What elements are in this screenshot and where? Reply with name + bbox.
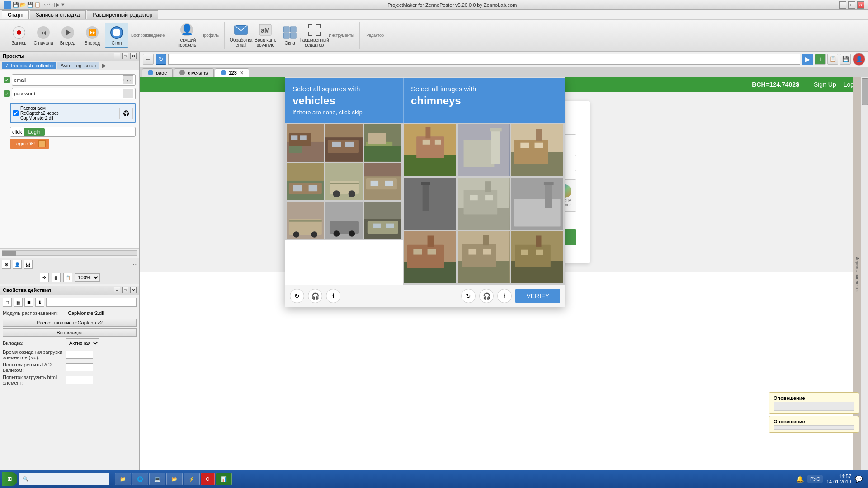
captcha-img-v9[interactable]: [364, 202, 401, 239]
flow-scrollbar[interactable]: [2, 250, 137, 256]
panel-tool-image[interactable]: 🖼: [24, 260, 33, 269]
taskbar-app-edge[interactable]: 🌐: [132, 473, 148, 485]
captcha-img-c9[interactable]: [511, 231, 563, 283]
btn-zapis[interactable]: Запись: [7, 23, 31, 48]
flow-scrollthumb[interactable]: [2, 251, 16, 256]
captcha-img-c6[interactable]: [511, 178, 563, 230]
btn-advanced[interactable]: Расширенныйредактор: [302, 23, 326, 48]
zoom-select[interactable]: 100% 75% 150%: [75, 273, 100, 282]
flow-area[interactable]: ✓ email Login ✓ password ••••: [0, 70, 139, 248]
panel-tool-person[interactable]: 👤: [13, 260, 22, 269]
btn-stop[interactable]: Стоп: [105, 23, 128, 48]
taskbar-search[interactable]: [19, 473, 109, 485]
quick-saveas[interactable]: 📋: [34, 2, 41, 8]
nav-bookmark[interactable]: +: [815, 54, 826, 65]
browser-tab-2[interactable]: 123 ✕: [215, 68, 249, 77]
props-recaptcha-btn[interactable]: Распознавание reCaptcha v2: [3, 319, 137, 327]
node-login-btn[interactable]: Login: [24, 128, 45, 136]
nav-refresh[interactable]: ↻: [156, 54, 166, 65]
props-minimize-btn[interactable]: ─: [114, 287, 120, 293]
zoom-copy[interactable]: 📋: [63, 273, 72, 282]
captcha-img-c1[interactable]: [404, 124, 456, 176]
tab-advanced-editor[interactable]: Расширенный редактор: [87, 10, 159, 19]
captcha-img-v3[interactable]: [364, 124, 401, 162]
tab-record[interactable]: Запись и отладка: [30, 10, 85, 19]
btn-windows[interactable]: Окна: [278, 23, 302, 48]
browser-tab-2-close[interactable]: ✕: [240, 70, 243, 75]
props-restore-btn[interactable]: □: [122, 287, 128, 293]
nav-back[interactable]: ←: [143, 54, 154, 65]
captcha-img-v8[interactable]: [326, 202, 363, 239]
nav-go[interactable]: ▶: [802, 54, 813, 65]
btn-captcha-email[interactable]: Обработкаemail: [229, 23, 253, 48]
btn-captcha-manual[interactable]: aM Ввод капт.вручную: [254, 23, 277, 48]
captcha-img-c7[interactable]: [404, 231, 456, 283]
maximize-btn[interactable]: □: [848, 1, 855, 9]
captcha-refresh-left[interactable]: ↻: [290, 289, 304, 303]
minimize-btn[interactable]: ─: [839, 1, 846, 9]
props-vkladka-select[interactable]: Активная: [66, 338, 99, 347]
captcha-img-v7[interactable]: [287, 202, 324, 239]
taskbar-app-explorer[interactable]: 📁: [115, 473, 131, 485]
captcha-img-c4[interactable]: [404, 178, 456, 230]
captcha-img-v6[interactable]: [364, 163, 401, 201]
props-attempts-input[interactable]: 3: [66, 363, 93, 371]
browser-scroll-thumb[interactable]: [862, 78, 868, 105]
quick-open[interactable]: 📂: [20, 2, 26, 8]
captcha-info-right[interactable]: ℹ: [497, 289, 512, 303]
close-btn[interactable]: ✕: [857, 1, 864, 9]
captcha-audio-left[interactable]: 🎧: [308, 289, 322, 303]
props-close-btn[interactable]: ✕: [130, 287, 137, 293]
browser-tab-1[interactable]: give-sms: [174, 68, 213, 77]
props-icon4[interactable]: ⬇: [35, 298, 44, 307]
taskbar-app-excel[interactable]: 📊: [216, 473, 232, 485]
props-icon3[interactable]: ⏹: [24, 298, 33, 307]
props-icon1[interactable]: □: [3, 298, 12, 307]
btn-vpered1[interactable]: Вперед: [56, 23, 80, 48]
nav-note[interactable]: 📋: [827, 54, 838, 65]
tab-start[interactable]: Старт: [2, 10, 29, 19]
node-captcha-checkbox[interactable]: [13, 110, 19, 116]
btn-snachala[interactable]: ⏮ С начала: [32, 23, 55, 48]
proj-tab-more[interactable]: ▶: [102, 62, 106, 69]
browser-scrollbar[interactable]: [861, 77, 868, 471]
nav-profile-icon[interactable]: 👤: [853, 53, 865, 66]
panel-close-btn[interactable]: ✕: [130, 53, 137, 59]
panel-minimize-btn[interactable]: ─: [114, 53, 120, 59]
props-icon2[interactable]: ▦: [14, 298, 23, 307]
props-timeout-input[interactable]: 1000: [66, 351, 93, 359]
verify-btn[interactable]: VERIFY: [515, 289, 560, 303]
captcha-img-v5[interactable]: [326, 163, 363, 201]
start-btn[interactable]: ⊞: [2, 472, 17, 486]
undo-btn[interactable]: ↩: [44, 2, 48, 8]
props-loadattempts-input[interactable]: 10: [66, 376, 93, 384]
captcha-info-left[interactable]: ℹ: [326, 289, 340, 303]
redo-btn[interactable]: ↪: [49, 2, 53, 8]
browser-tab-0[interactable]: page: [142, 68, 173, 77]
proj-tab-0[interactable]: 7_freebcash_collector_solution ✕: [2, 62, 56, 69]
taskbar-lang[interactable]: РУС: [807, 475, 823, 483]
quick-save2[interactable]: 💾: [27, 2, 33, 8]
props-search[interactable]: [46, 298, 137, 307]
captcha-audio-right[interactable]: 🎧: [479, 289, 494, 303]
panel-restore-btn[interactable]: □: [122, 53, 128, 59]
props-vovkladke-btn[interactable]: Во вкладке: [3, 328, 137, 337]
captcha-img-c8[interactable]: [458, 231, 509, 283]
captcha-img-v4[interactable]: [287, 163, 324, 201]
taskbar-app-folder[interactable]: 📂: [166, 473, 183, 485]
zoom-trash[interactable]: 🗑: [52, 273, 61, 282]
taskbar-app-opera[interactable]: O: [201, 473, 215, 485]
captcha-img-c3[interactable]: [511, 124, 563, 176]
proj-tab-1[interactable]: Avito_reg_soluti: [57, 62, 99, 69]
taskbar-app-zenno[interactable]: ⚡: [184, 473, 200, 485]
captcha-img-v1[interactable]: [287, 124, 324, 162]
captcha-img-c5[interactable]: [458, 178, 509, 230]
captcha-img-v2[interactable]: [326, 124, 363, 162]
taskbar-app-cmd[interactable]: 💻: [149, 473, 165, 485]
captcha-img-c2[interactable]: [458, 124, 509, 176]
captcha-refresh-right[interactable]: ↻: [461, 289, 476, 303]
zoom-cross[interactable]: ✛: [40, 273, 49, 282]
btn-vpered2[interactable]: ⏩ Вперед: [80, 23, 104, 48]
nav-download[interactable]: 💾: [840, 54, 851, 65]
more-btn[interactable]: ▼: [61, 2, 66, 8]
